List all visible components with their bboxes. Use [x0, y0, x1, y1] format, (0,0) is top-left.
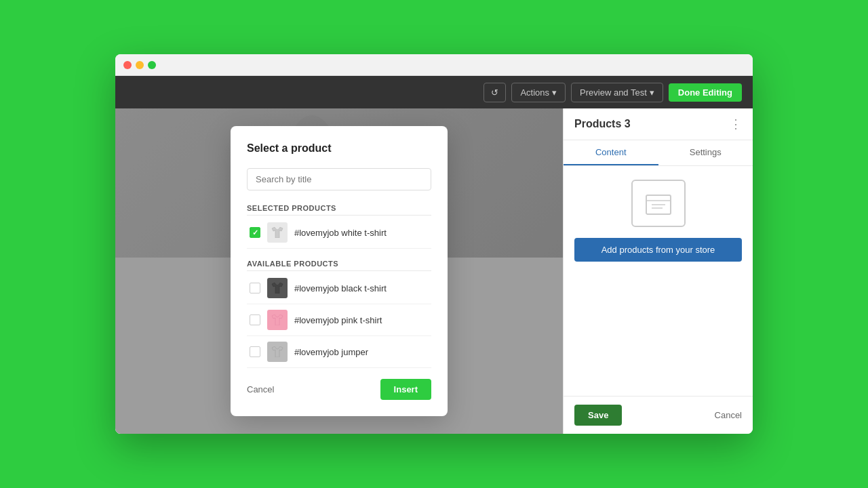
history-button[interactable]: ↺	[484, 83, 506, 102]
panel-content: Add products from your store	[564, 166, 753, 396]
product-name-2: #lovemyjob black t-shirt	[294, 283, 387, 293]
canvas-area: Click here to grab a Select a product SE…	[115, 108, 563, 434]
selected-products-list: #lovemyjob white t-shirt	[247, 217, 431, 249]
product-checkbox-4[interactable]	[250, 346, 260, 357]
product-item-4[interactable]: #lovemyjob jumper	[247, 336, 431, 368]
panel-title: Products 3	[574, 118, 631, 130]
traffic-light-yellow[interactable]	[136, 61, 144, 69]
done-editing-button[interactable]: Done Editing	[669, 83, 742, 102]
selected-products-label: SELECTED PRODUCTS	[247, 201, 431, 216]
product-thumb-4	[267, 342, 288, 362]
product-thumb-2	[267, 278, 288, 298]
actions-label: Actions	[520, 87, 549, 98]
traffic-light-green[interactable]	[148, 61, 156, 69]
panel-placeholder-icon	[631, 180, 686, 227]
product-select-modal: Select a product SELECTED PRODUCTS #love…	[231, 126, 448, 416]
modal-overlay: Select a product SELECTED PRODUCTS #love…	[115, 108, 563, 434]
browser-window: ↺ Actions ▾ Preview and Test ▾ Done Edit…	[115, 54, 753, 434]
product-thumb-3	[267, 310, 288, 330]
product-name-4: #lovemyjob jumper	[294, 347, 368, 357]
product-name-3: #lovemyjob pink t-shirt	[294, 315, 382, 325]
product-checkbox-1[interactable]	[250, 227, 260, 238]
panel-menu-icon[interactable]: ⋮	[730, 117, 742, 131]
panel-footer: Save Cancel	[564, 396, 753, 434]
search-input[interactable]	[247, 168, 431, 190]
right-panel: Products 3 ⋮ Content Settings	[563, 108, 753, 434]
app-content: Click here to grab a Select a product SE…	[115, 108, 753, 434]
product-item-selected-1[interactable]: #lovemyjob white t-shirt	[247, 217, 431, 249]
available-products-label: AVAILABLE PRODUCTS	[247, 257, 431, 271]
modal-cancel-button[interactable]: Cancel	[247, 384, 274, 394]
panel-header: Products 3 ⋮	[564, 108, 753, 140]
actions-chevron-icon: ▾	[552, 87, 557, 98]
browser-titlebar	[115, 54, 753, 76]
available-products-list: #lovemyjob black t-shirt #lovemyjob pink…	[247, 272, 431, 368]
app-toolbar: ↺ Actions ▾ Preview and Test ▾ Done Edit…	[115, 76, 753, 108]
modal-footer: Cancel Insert	[247, 379, 431, 400]
preview-label: Preview and Test	[580, 87, 647, 98]
preview-chevron-icon: ▾	[650, 87, 654, 98]
product-thumb-1	[267, 222, 288, 243]
product-checkbox-3[interactable]	[250, 314, 260, 325]
product-item-2[interactable]: #lovemyjob black t-shirt	[247, 272, 431, 304]
product-name-1: #lovemyjob white t-shirt	[294, 228, 387, 238]
preview-button[interactable]: Preview and Test ▾	[571, 83, 663, 102]
product-item-3[interactable]: #lovemyjob pink t-shirt	[247, 304, 431, 336]
traffic-light-red[interactable]	[123, 61, 132, 69]
tab-settings[interactable]: Settings	[658, 140, 753, 165]
modal-insert-button[interactable]: Insert	[380, 379, 431, 400]
cancel-link[interactable]: Cancel	[715, 410, 742, 420]
modal-title: Select a product	[247, 142, 431, 155]
panel-tabs: Content Settings	[564, 140, 753, 166]
product-checkbox-2[interactable]	[250, 283, 260, 293]
add-products-button[interactable]: Add products from your store	[574, 238, 742, 262]
save-button[interactable]: Save	[574, 405, 622, 426]
tab-content[interactable]: Content	[564, 140, 658, 165]
actions-button[interactable]: Actions ▾	[511, 83, 566, 102]
